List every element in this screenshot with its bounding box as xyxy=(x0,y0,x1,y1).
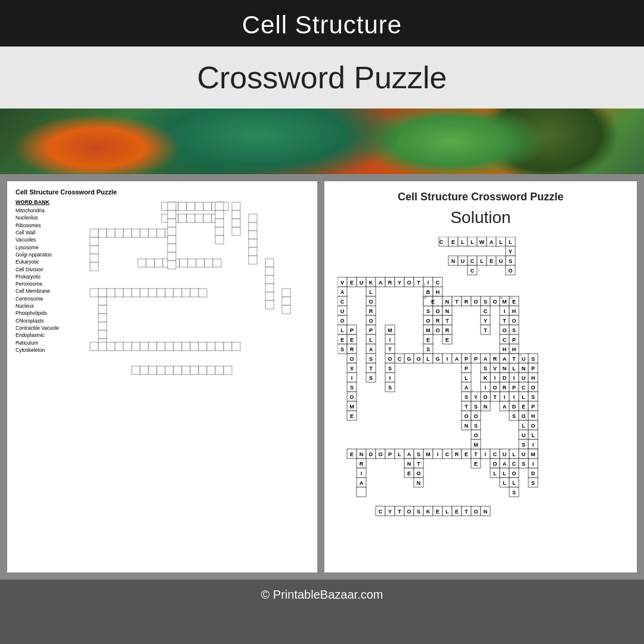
svg-text:L: L xyxy=(369,337,373,343)
svg-text:W: W xyxy=(479,239,485,245)
svg-text:S: S xyxy=(531,356,535,362)
svg-text:U: U xyxy=(360,280,364,286)
svg-text:T: T xyxy=(388,346,392,352)
svg-text:L: L xyxy=(480,258,484,264)
svg-text:A: A xyxy=(369,346,373,352)
svg-text:10: 10 xyxy=(424,296,427,299)
svg-rect-19 xyxy=(98,229,107,237)
svg-text:O: O xyxy=(369,299,373,305)
svg-rect-115 xyxy=(249,231,257,239)
svg-text:L: L xyxy=(465,375,468,381)
svg-text:L: L xyxy=(503,480,506,486)
svg-text:M: M xyxy=(531,451,535,457)
svg-rect-106 xyxy=(215,219,224,227)
svg-text:U: U xyxy=(340,308,345,314)
main-title: Cell Structure xyxy=(0,11,644,39)
svg-text:R: R xyxy=(388,280,392,286)
svg-rect-67 xyxy=(98,305,107,314)
svg-rect-118 xyxy=(249,256,257,264)
solution-grid: C 1 E L L W A xyxy=(336,237,625,547)
svg-rect-105 xyxy=(215,210,224,219)
svg-rect-97 xyxy=(174,366,182,374)
svg-rect-104 xyxy=(215,202,224,210)
svg-text:O: O xyxy=(340,318,344,324)
left-panel: Cell Structure Crossword Puzzle WORD BAN… xyxy=(7,181,317,572)
svg-rect-78 xyxy=(132,342,140,351)
svg-text:O: O xyxy=(435,327,439,333)
svg-text:S: S xyxy=(350,385,354,391)
svg-text:T: T xyxy=(512,356,516,362)
svg-text:P: P xyxy=(531,366,535,371)
svg-rect-66 xyxy=(98,297,107,305)
svg-text:M: M xyxy=(473,442,478,448)
svg-text:C: C xyxy=(379,509,383,515)
svg-text:S: S xyxy=(388,385,392,391)
svg-text:O: O xyxy=(493,461,497,467)
svg-rect-76 xyxy=(115,342,123,351)
svg-text:E: E xyxy=(426,337,430,343)
svg-rect-29 xyxy=(90,246,98,254)
svg-text:O: O xyxy=(502,327,506,333)
svg-rect-4 xyxy=(187,202,195,210)
svg-rect-79 xyxy=(140,342,148,351)
svg-rect-45 xyxy=(168,219,176,227)
svg-text:M: M xyxy=(502,299,507,305)
svg-text:S: S xyxy=(369,356,373,362)
blank-crossword-grid: 1 4 xyxy=(78,199,309,402)
svg-rect-109 xyxy=(232,202,240,210)
svg-text:16: 16 xyxy=(500,296,503,299)
svg-text:L: L xyxy=(522,394,525,400)
svg-rect-93 xyxy=(140,366,148,374)
svg-text:S: S xyxy=(465,394,468,400)
svg-text:E: E xyxy=(474,461,478,467)
svg-text:C: C xyxy=(470,258,475,264)
svg-text:N: N xyxy=(417,480,421,486)
svg-text:L: L xyxy=(470,239,474,245)
left-panel-title: Cell Structure Crossword Puzzle xyxy=(16,188,309,196)
svg-text:O: O xyxy=(435,308,439,314)
svg-rect-68 xyxy=(98,314,107,322)
svg-text:R: R xyxy=(360,461,364,467)
svg-text:A: A xyxy=(503,404,507,410)
svg-text:N: N xyxy=(407,461,411,467)
svg-rect-23 xyxy=(132,229,140,237)
svg-rect-70 xyxy=(98,330,107,339)
right-panel: Cell Structure Crossword Puzzle Solution… xyxy=(324,181,637,572)
svg-text:Y: Y xyxy=(509,249,512,255)
svg-rect-119 xyxy=(265,259,274,267)
svg-rect-117 xyxy=(249,247,257,256)
svg-text:H: H xyxy=(512,346,516,352)
svg-text:A: A xyxy=(503,461,507,467)
svg-rect-114 xyxy=(249,222,257,231)
svg-text:L: L xyxy=(369,289,373,295)
svg-text:L: L xyxy=(340,327,344,333)
svg-text:D: D xyxy=(369,451,373,457)
svg-text:X: X xyxy=(350,366,354,371)
svg-rect-3 xyxy=(178,202,187,210)
svg-text:H: H xyxy=(503,346,507,352)
svg-rect-57 xyxy=(132,289,140,297)
svg-text:T: T xyxy=(445,318,449,324)
svg-text:I: I xyxy=(428,280,429,286)
svg-text:E: E xyxy=(350,280,354,286)
svg-text:S: S xyxy=(531,480,535,486)
svg-text:I: I xyxy=(504,308,506,314)
svg-text:I: I xyxy=(389,337,391,343)
svg-text:E: E xyxy=(445,337,449,343)
svg-text:L: L xyxy=(512,480,516,486)
svg-text:L: L xyxy=(493,470,497,476)
svg-text:S: S xyxy=(417,451,420,457)
svg-text:I: I xyxy=(532,461,534,467)
svg-text:P: P xyxy=(512,337,516,343)
svg-text:I: I xyxy=(532,442,534,448)
svg-text:C: C xyxy=(512,461,516,467)
svg-text:O: O xyxy=(483,394,487,400)
svg-text:I: I xyxy=(494,375,496,381)
svg-text:O: O xyxy=(349,356,354,362)
svg-text:O: O xyxy=(473,509,478,515)
svg-rect-43 xyxy=(168,202,176,210)
svg-text:O: O xyxy=(473,432,478,438)
svg-text:A: A xyxy=(407,451,411,457)
svg-rect-86 xyxy=(199,342,207,351)
svg-rect-125 xyxy=(282,289,290,297)
